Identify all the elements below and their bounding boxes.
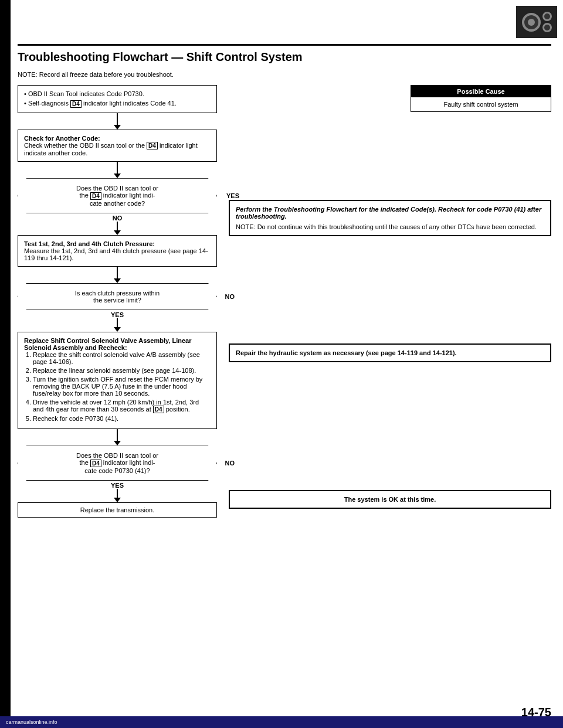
box-test-clutch-title: Test 1st, 2nd, 3rd and 4th Clutch Pressu… [24, 240, 211, 247]
replace-item-5: Recheck for code P0730 (41). [33, 415, 211, 422]
top-divider [18, 44, 551, 46]
replace-item-3: Turn the ignition switch OFF and reset t… [33, 376, 211, 397]
logo-circles [522, 12, 552, 32]
vline-6 [117, 429, 118, 441]
system-ok-text: The system is OK at this time. [236, 496, 544, 503]
diamond2: Is each clutch pressure withinthe servic… [18, 283, 217, 310]
perform-box: Perform the Troubleshooting Flowchart fo… [229, 200, 551, 236]
box-test-clutch-body: Measure the 1st, 2nd, 3rd and 4th clutch… [24, 247, 211, 261]
left-sidebar [0, 0, 11, 728]
arrow-down-7 [114, 498, 121, 502]
arrow-down-1 [114, 125, 121, 130]
replace-item-4: Drive the vehicle at over 12 mph (20 km/… [33, 399, 211, 414]
repair-box: Repair the hydraulic system as necessary… [229, 343, 551, 362]
box-replace-solenoid: Replace Shift Control Solenoid Valve Ass… [18, 332, 217, 430]
left-dot-2 [2, 340, 8, 346]
box-check-body: Check whether the OBD II scan tool or th… [24, 142, 211, 157]
box-check-title: Check for Another Code: [24, 135, 211, 142]
box-replace-transmission: Replace the transmission. [18, 502, 217, 518]
d4-indicator-5: D4 [90, 460, 101, 467]
d4-indicator-1: D4 [70, 100, 82, 108]
vline-3 [117, 222, 118, 230]
diamond3: Does the OBD II scan tool orthe D4 indic… [18, 445, 217, 481]
flowchart-container: • OBD II Scan Tool indicates Code P0730.… [18, 85, 551, 518]
box-replace-title: Replace Shift Control Solenoid Valve Ass… [24, 337, 211, 351]
vline-4 [117, 267, 118, 278]
vline-7 [117, 489, 118, 498]
d4-indicator-3: D4 [90, 192, 101, 200]
left-dot-1 [2, 70, 8, 76]
perform-title: Perform the Troubleshooting Flowchart fo… [236, 206, 544, 220]
page-title: Troubleshooting Flowchart — Shift Contro… [18, 50, 551, 64]
box-check-another-code: Check for Another Code: Check whether th… [18, 130, 217, 162]
main-content: Troubleshooting Flowchart — Shift Contro… [18, 0, 551, 518]
replace-transmission-text: Replace the transmission. [80, 506, 155, 513]
yes-label-2: YES [111, 311, 124, 318]
yes-label-3: YES [111, 482, 124, 489]
watermark-bar: carmanualsonline.info [0, 716, 563, 728]
possible-cause-box: Possible Cause Faulty shift control syst… [411, 85, 551, 112]
diamond1: Does the OBD II scan tool orthe D4 indic… [18, 178, 217, 213]
perform-note: NOTE: Do not continue with this troubles… [236, 223, 544, 230]
connector-7: YES [18, 481, 217, 502]
connector-6 [18, 429, 217, 445]
logo-circle-inner [528, 19, 535, 26]
connector-5: YES [18, 310, 217, 332]
diamond2-wrapper: Is each clutch pressure withinthe servic… [18, 283, 217, 310]
right-column: Possible Cause Faulty shift control syst… [229, 85, 551, 518]
arrow-down-5 [114, 327, 121, 332]
watermark-text: carmanualsonline.info [6, 719, 57, 725]
connector-2 [18, 162, 217, 178]
arrow-down-6 [114, 441, 121, 445]
right-spacer-2 [229, 241, 551, 343]
no-label-1: NO [113, 215, 123, 222]
page-note: NOTE: Record all freeze data before you … [18, 71, 551, 78]
box-obd-line2: • Self-diagnosis D4 indicator light indi… [24, 100, 211, 108]
d4-indicator-4: D4 [153, 406, 164, 413]
logo [516, 6, 557, 38]
right-spacer-3 [229, 367, 551, 490]
logo-small-circles [542, 12, 552, 32]
replace-item-1: Replace the shift control solenoid valve… [33, 351, 211, 365]
left-column: • OBD II Scan Tool indicates Code P0730.… [18, 85, 217, 518]
d4-indicator-2: D4 [147, 142, 158, 149]
right-spacer-1 [229, 118, 551, 200]
arrow-down-3 [114, 230, 121, 235]
vline-5 [117, 318, 118, 327]
box-replace-list: Replace the shift control solenoid valve… [24, 351, 211, 423]
replace-item-2: Replace the linear solenoid assembly (se… [33, 367, 211, 374]
arrow-down-2 [114, 174, 121, 178]
arrow-down-4 [114, 278, 121, 283]
vline-1 [117, 113, 118, 125]
left-dot-3 [2, 645, 8, 651]
diamond3-wrapper: Does the OBD II scan tool orthe D4 indic… [18, 445, 217, 481]
repair-text: Repair the hydraulic system as necessary… [236, 349, 544, 356]
box-obd-scan: • OBD II Scan Tool indicates Code P0730.… [18, 85, 217, 113]
connector-1 [18, 113, 217, 130]
diamond1-wrapper: Does the OBD II scan tool orthe D4 indic… [18, 178, 217, 213]
possible-cause-body: Faulty shift control system [411, 97, 551, 111]
box-test-clutch: Test 1st, 2nd, 3rd and 4th Clutch Pressu… [18, 235, 217, 267]
logo-sm-circle-bottom [542, 23, 552, 32]
possible-cause-header: Possible Cause [411, 86, 551, 97]
logo-sm-circle-top [542, 12, 552, 21]
box-obd-line1: • OBD II Scan Tool indicates Code P0730. [24, 90, 211, 97]
connector-3: NO [18, 213, 217, 235]
vline-2 [117, 162, 118, 174]
connector-4 [18, 267, 217, 283]
logo-circle-outer [522, 13, 541, 32]
system-ok-box: The system is OK at this time. [229, 490, 551, 509]
